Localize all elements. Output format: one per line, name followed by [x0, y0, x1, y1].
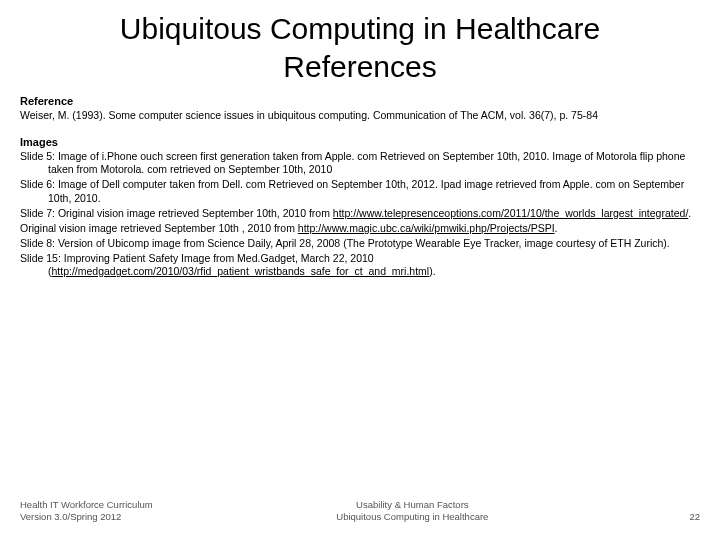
section-heading-images: Images	[20, 136, 700, 148]
entry-text: Slide 7: Original vision image retrieved…	[20, 207, 333, 219]
footer-subtopic: Ubiquitous Computing in Healthcare	[153, 511, 672, 522]
footer-version: Version 3.0/Spring 2012	[20, 511, 153, 522]
footer-curriculum: Health IT Workforce Curriculum	[20, 499, 153, 510]
footer-left: Health IT Workforce Curriculum Version 3…	[20, 499, 153, 522]
image-entry: Slide 8: Version of Ubicomp image from S…	[20, 237, 700, 250]
reference-link[interactable]: http://www.telepresenceoptions.com/2011/…	[333, 207, 688, 219]
image-entry: Slide 6: Image of Dell computer taken fr…	[20, 178, 700, 204]
reference-entry: Weiser, M. (1993). Some computer science…	[20, 109, 700, 122]
entry-text: Original vision image retrieved Septembe…	[20, 222, 298, 234]
entry-text: .	[688, 207, 691, 219]
reference-link[interactable]: http://www.magic.ubc.ca/wiki/pmwiki.php/…	[298, 222, 555, 234]
section-heading-reference: Reference	[20, 95, 700, 107]
reference-link[interactable]: http://medgadget.com/2010/03/rfid_patien…	[52, 265, 430, 277]
image-entry: Slide 7: Original vision image retrieved…	[20, 207, 700, 220]
image-entry: Slide 15: Improving Patient Safety Image…	[20, 252, 700, 278]
footer-topic: Usability & Human Factors	[153, 499, 672, 510]
slide-title: Ubiquitous Computing in Healthcare Refer…	[0, 0, 720, 91]
image-entry: Original vision image retrieved Septembe…	[20, 222, 700, 235]
footer-center: Usability & Human Factors Ubiquitous Com…	[153, 499, 672, 522]
slide-content: Reference Weiser, M. (1993). Some comput…	[0, 95, 720, 278]
entry-text: .	[555, 222, 558, 234]
footer-page-number: 22	[672, 511, 700, 522]
slide-footer: Health IT Workforce Curriculum Version 3…	[0, 499, 720, 522]
image-entry: Slide 5: Image of i.Phone ouch screen fi…	[20, 150, 700, 176]
entry-text: ).	[429, 265, 435, 277]
